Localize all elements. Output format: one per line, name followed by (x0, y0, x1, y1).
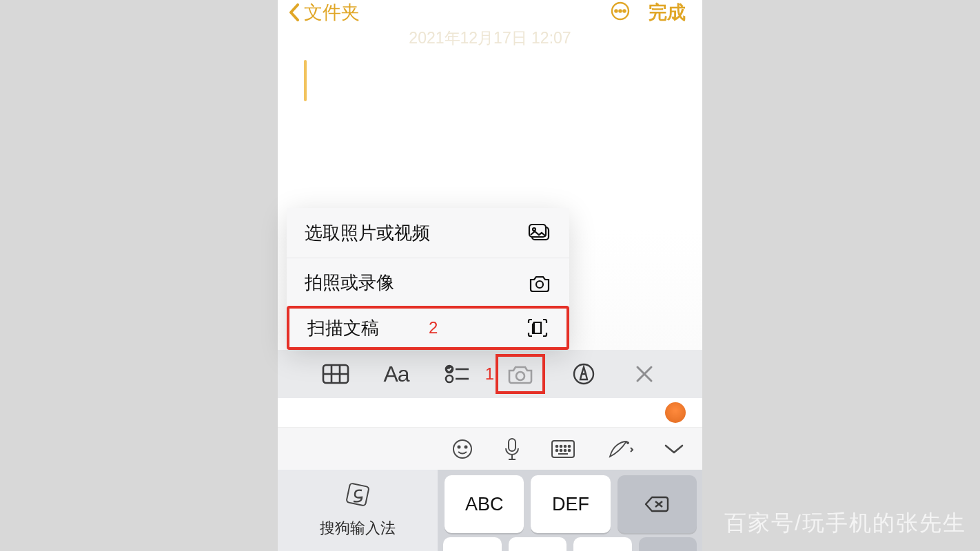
svg-point-22 (465, 446, 467, 448)
svg-rect-23 (509, 439, 515, 451)
note-timestamp: 2021年12月17日 12:07 (278, 28, 702, 49)
key-stub-3[interactable] (573, 537, 632, 551)
done-button[interactable]: 完成 (649, 0, 686, 25)
menu-item-label: 拍照或录像 (305, 271, 394, 295)
svg-point-21 (458, 446, 460, 448)
svg-point-14 (446, 375, 453, 382)
svg-point-20 (453, 440, 471, 458)
toolbar-markup-button[interactable] (562, 357, 606, 391)
svg-point-16 (516, 372, 524, 380)
annotation-step-1: 1 (485, 364, 494, 384)
scan-document-icon (527, 318, 549, 338)
key-backspace[interactable] (617, 475, 697, 533)
svg-point-3 (623, 10, 625, 12)
key-stub-4[interactable] (639, 537, 697, 551)
svg-rect-24 (552, 441, 574, 457)
note-editor[interactable]: 选取照片或视频 拍照或录像 扫描文稿 2 (278, 49, 702, 350)
svg-point-31 (564, 449, 566, 451)
camera-context-menu: 选取照片或视频 拍照或录像 扫描文稿 2 (287, 208, 569, 350)
chevron-left-icon (289, 3, 300, 21)
microphone-icon[interactable] (504, 437, 520, 461)
nav-bar: 文件夹 完成 (278, 0, 702, 25)
key-stub-1[interactable] (443, 537, 502, 551)
chevron-down-icon[interactable] (664, 443, 684, 455)
key-def[interactable]: DEF (531, 475, 610, 533)
key-stub-2[interactable] (509, 537, 567, 551)
menu-item-scan-document[interactable]: 扫描文稿 2 (287, 306, 569, 350)
aa-icon: Aa (383, 362, 409, 387)
svg-point-25 (556, 445, 558, 447)
svg-point-32 (569, 449, 571, 451)
camera-icon (528, 274, 551, 292)
menu-item-choose-photo[interactable]: 选取照片或视频 (287, 208, 569, 258)
phone-viewport: 文件夹 完成 2021年12月17日 12:07 选取照片或视频 拍照或录像 (278, 0, 702, 551)
ime-brand-panel[interactable]: 搜狗输入法 (278, 470, 438, 551)
keyboard: 搜狗输入法 ABC DEF (278, 470, 702, 551)
svg-point-2 (619, 10, 621, 12)
ime-brand-label: 搜狗输入法 (320, 518, 396, 539)
keys-area: ABC DEF (438, 470, 702, 551)
menu-item-label: 选取照片或视频 (305, 221, 430, 245)
svg-point-29 (556, 449, 558, 451)
svg-point-28 (569, 445, 571, 447)
watermark: 百家号/玩手机的张先生 (724, 508, 966, 539)
back-button[interactable]: 文件夹 (289, 0, 360, 25)
annotation-step-2: 2 (429, 318, 438, 337)
toolbar-camera-button[interactable] (496, 354, 545, 394)
menu-item-label: 扫描文稿 (307, 316, 379, 340)
ime-candidate-strip (278, 398, 702, 427)
svg-point-27 (564, 445, 566, 447)
photo-library-icon (528, 223, 551, 242)
toolbar-table-button[interactable] (314, 357, 358, 391)
svg-point-26 (560, 445, 562, 447)
more-icon[interactable] (610, 1, 631, 24)
formatting-toolbar: Aa 1 (278, 350, 702, 398)
text-cursor (304, 60, 307, 101)
ime-function-row (278, 427, 702, 470)
svg-point-1 (615, 10, 617, 12)
feather-plus-icon[interactable] (606, 439, 633, 459)
sogou-flash-icon[interactable] (665, 402, 686, 423)
nav-actions: 完成 (610, 0, 686, 25)
back-label: 文件夹 (304, 0, 360, 25)
svg-point-7 (536, 281, 543, 288)
key-abc[interactable]: ABC (445, 475, 524, 533)
svg-point-30 (560, 449, 562, 451)
keyboard-switch-icon[interactable] (551, 439, 575, 459)
toolbar-text-style-button[interactable]: Aa (374, 357, 418, 391)
sogou-logo-icon (345, 482, 370, 510)
svg-rect-36 (346, 483, 369, 506)
menu-item-take-photo[interactable]: 拍照或录像 (287, 258, 569, 307)
emoji-icon[interactable] (451, 438, 473, 460)
toolbar-checklist-button[interactable]: 1 (435, 357, 479, 391)
toolbar-close-button[interactable] (622, 357, 666, 391)
